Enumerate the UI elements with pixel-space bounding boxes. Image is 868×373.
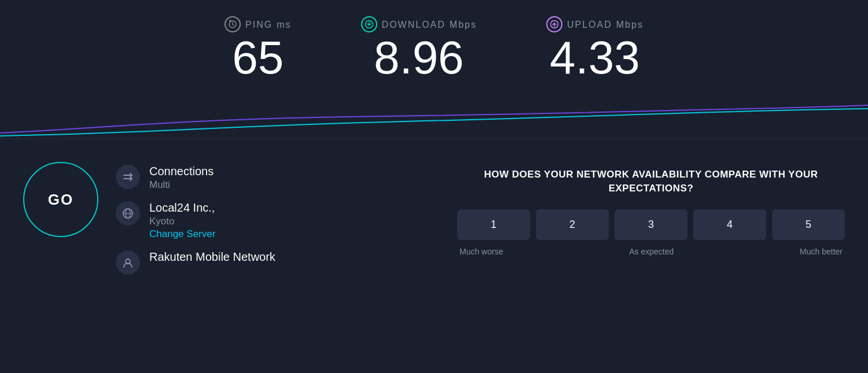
connections-text: Connections Multi (149, 165, 214, 191)
connections-label: Connections (149, 165, 214, 178)
server-label: Local24 Inc., (149, 201, 215, 215)
server-text: Local24 Inc., Kyoto Change Server (149, 201, 215, 240)
upload-header: UPLOAD Mbps (546, 16, 643, 32)
rating-btn-5[interactable]: 5 (772, 209, 845, 240)
main-content: GO Connections Multi (0, 145, 868, 292)
server-location: Kyoto (149, 216, 215, 227)
download-metric: DOWNLOAD Mbps 8.96 (361, 16, 477, 81)
upload-value: 4.33 (550, 35, 640, 81)
left-section: GO Connections Multi (23, 162, 399, 275)
download-label: DOWNLOAD Mbps (382, 19, 477, 31)
rating-btn-1[interactable]: 1 (457, 209, 530, 240)
upload-label: UPLOAD Mbps (567, 19, 643, 31)
change-server-link[interactable]: Change Server (149, 228, 215, 240)
isp-icon (116, 250, 140, 275)
isp-row: Rakuten Mobile Network (116, 250, 275, 275)
connections-row: Connections Multi (116, 165, 275, 191)
rating-labels: Much worse As expected Much better (457, 247, 845, 256)
label-much-better: Much better (800, 247, 843, 256)
ping-header: PING ms (225, 16, 291, 32)
server-icon (116, 201, 140, 226)
isp-label: Rakuten Mobile Network (149, 250, 275, 264)
go-button-wrapper: GO (23, 162, 98, 237)
right-section: HOW DOES YOUR NETWORK AVAILABILITY COMPA… (399, 162, 845, 275)
upload-icon (546, 16, 562, 32)
ping-label: PING ms (245, 19, 291, 31)
chart-area (0, 93, 868, 145)
survey-title: HOW DOES YOUR NETWORK AVAILABILITY COMPA… (457, 168, 845, 195)
ping-metric: PING ms 65 (225, 16, 291, 81)
rating-btn-4[interactable]: 4 (693, 209, 766, 240)
metrics-bar: PING ms 65 DOWNLOAD Mbps 8.96 (0, 0, 868, 93)
info-panel: Connections Multi Local24 Inc., Kyoto Ch… (116, 162, 275, 275)
isp-text: Rakuten Mobile Network (149, 250, 275, 264)
rating-btn-3[interactable]: 3 (615, 209, 687, 240)
server-row: Local24 Inc., Kyoto Change Server (116, 201, 275, 240)
connections-icon (116, 165, 140, 189)
label-as-expected: As expected (629, 247, 674, 256)
download-value: 8.96 (374, 35, 464, 81)
rating-btn-2[interactable]: 2 (536, 209, 609, 240)
ping-value: 65 (232, 35, 284, 81)
label-much-worse: Much worse (459, 247, 503, 256)
rating-row[interactable]: 1 2 3 4 5 (457, 209, 845, 240)
go-button[interactable]: GO (23, 162, 98, 237)
download-header: DOWNLOAD Mbps (361, 16, 477, 32)
ping-icon (225, 16, 241, 32)
download-icon (361, 16, 377, 32)
upload-metric: UPLOAD Mbps 4.33 (546, 16, 643, 81)
connections-value: Multi (149, 179, 214, 191)
